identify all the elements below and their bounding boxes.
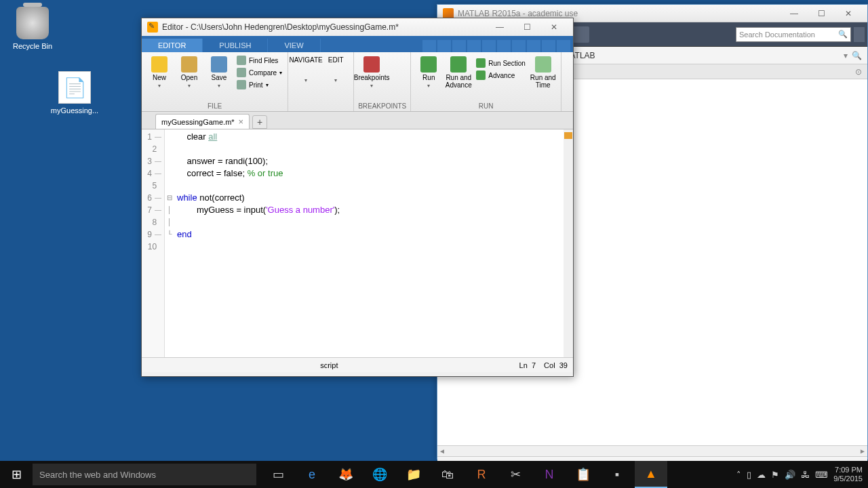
scroll-left-icon[interactable]: ◄ bbox=[439, 447, 446, 455]
scroll-right-icon[interactable]: ► bbox=[859, 447, 866, 455]
status-col: 39 bbox=[559, 361, 568, 369]
compare-button[interactable]: Compare ▾ bbox=[235, 67, 283, 78]
taskbar-app-chrome[interactable]: 🌐 bbox=[363, 461, 396, 488]
quick-access-icon[interactable] bbox=[467, 40, 481, 52]
toolstrip-toggle[interactable] bbox=[854, 27, 865, 42]
taskbar-clock[interactable]: 7:09 PM 9/5/2015 bbox=[833, 466, 863, 483]
taskbar-app[interactable]: 📋 bbox=[567, 461, 599, 488]
breakpoints-button[interactable]: Breakpoints▾ bbox=[358, 55, 385, 90]
tray-icon[interactable]: ⚑ bbox=[771, 470, 779, 480]
taskbar: ⊞ Search the web and Windows ▭ e 🦊 🌐 📁 🛍… bbox=[0, 461, 868, 488]
toolstrip-icon[interactable] bbox=[573, 26, 589, 43]
file-tab[interactable]: myGuessingGame.m* × bbox=[155, 114, 250, 129]
system-tray: ˄ ▯ ☁ ⚑ 🔊 🖧 ⌨ 7:09 PM 9/5/2015 bbox=[736, 466, 868, 483]
editor-statusbar: script Ln 7 Col 39 bbox=[142, 357, 573, 372]
search-icon[interactable]: 🔍 bbox=[852, 51, 862, 60]
editor-file-tabs: myGuessingGame.m* × + bbox=[142, 112, 573, 129]
taskbar-app-store[interactable]: 🛍 bbox=[431, 461, 464, 488]
desktop-icon-recycle-bin[interactable]: Recycle Bin bbox=[5, 7, 60, 50]
code-overview-ruler[interactable] bbox=[564, 129, 573, 357]
status-line: 7 bbox=[532, 361, 536, 369]
open-button[interactable]: Open▾ bbox=[176, 55, 203, 90]
new-button[interactable]: New▾ bbox=[146, 55, 173, 90]
editor-app-icon bbox=[147, 22, 158, 33]
quick-access-icon[interactable] bbox=[437, 40, 451, 52]
tray-volume-icon[interactable]: 🔊 bbox=[785, 470, 795, 480]
maximize-button[interactable]: ☐ bbox=[808, 6, 835, 21]
taskbar-app-firefox[interactable]: 🦊 bbox=[330, 461, 362, 488]
taskbar-app-edge[interactable]: e bbox=[296, 461, 328, 488]
taskbar-app[interactable]: R bbox=[465, 461, 498, 488]
tray-network-icon[interactable]: 🖧 bbox=[801, 470, 810, 480]
tab-editor[interactable]: EDITOR bbox=[142, 39, 203, 52]
quick-access-icon[interactable] bbox=[422, 40, 436, 52]
quick-access-icon[interactable] bbox=[482, 40, 496, 52]
advance-button[interactable]: Advance bbox=[475, 70, 526, 81]
desktop-icon-file[interactable]: myGuessing... bbox=[47, 71, 102, 115]
print-button[interactable]: Print ▾ bbox=[235, 79, 283, 90]
minimize-button[interactable]: — bbox=[486, 20, 513, 35]
find-files-button[interactable]: Find Files bbox=[235, 55, 283, 66]
close-button[interactable]: ✕ bbox=[540, 20, 568, 35]
warning-marker[interactable] bbox=[564, 132, 572, 139]
minimize-button[interactable]: — bbox=[781, 6, 808, 21]
file-icon bbox=[58, 71, 91, 104]
tab-view[interactable]: VIEW bbox=[268, 39, 320, 52]
clock-date: 9/5/2015 bbox=[833, 474, 863, 483]
tray-chevron-up-icon[interactable]: ˄ bbox=[736, 470, 741, 480]
panel-menu-icon[interactable]: ⊙ bbox=[855, 67, 862, 77]
task-view-button[interactable]: ▭ bbox=[262, 461, 294, 488]
ribbon-group-run: RUN bbox=[415, 101, 556, 111]
redo-icon[interactable] bbox=[512, 40, 526, 52]
run-section-button[interactable]: Run Section bbox=[475, 58, 526, 68]
editor-window: Editor - C:\Users\John Hedengren\Desktop… bbox=[141, 18, 574, 377]
taskbar-search-input[interactable]: Search the web and Windows bbox=[33, 464, 256, 485]
ribbon-collapse-icon[interactable] bbox=[557, 40, 570, 52]
ribbon-toolbar: New▾ Open▾ Save▾ Find Files Compare ▾ Pr… bbox=[142, 52, 573, 112]
ribbon-tabs: EDITOR PUBLISH VIEW bbox=[142, 36, 573, 52]
taskbar-app-explorer[interactable]: 📁 bbox=[397, 461, 430, 488]
matlab-title: MATLAB R2015a - academic use bbox=[458, 9, 781, 18]
taskbar-app-onenote[interactable]: N bbox=[533, 461, 566, 488]
tab-publish[interactable]: PUBLISH bbox=[203, 39, 268, 52]
recycle-bin-label: Recycle Bin bbox=[5, 42, 60, 50]
save-button[interactable]: Save▾ bbox=[205, 55, 233, 90]
run-button[interactable]: Run▾ bbox=[415, 55, 442, 90]
clock-time: 7:09 PM bbox=[833, 466, 863, 474]
taskbar-app-snip[interactable]: ✂ bbox=[499, 461, 532, 488]
editor-title: Editor - C:\Users\John Hedengren\Desktop… bbox=[162, 22, 486, 32]
path-dropdown[interactable]: ▾ bbox=[844, 51, 848, 60]
taskbar-search-placeholder: Search the web and Windows bbox=[39, 470, 156, 480]
code-editor[interactable]: 1— 2 3— 4— 5 6— 7— 8 9— 10 ⊟││└ clear al… bbox=[142, 129, 573, 357]
maximize-button[interactable]: ☐ bbox=[513, 20, 540, 35]
status-file-type: script bbox=[147, 361, 511, 369]
taskbar-app-cmd[interactable]: ▪ bbox=[601, 461, 633, 488]
tray-onedrive-icon[interactable]: ☁ bbox=[757, 470, 766, 480]
line-number-gutter: 1— 2 3— 4— 5 6— 7— 8 9— 10 bbox=[142, 129, 165, 357]
search-documentation-input[interactable]: Search Documentation 🔍 bbox=[736, 27, 851, 42]
search-icon: 🔍 bbox=[838, 30, 848, 39]
close-button[interactable]: ✕ bbox=[835, 6, 862, 21]
help-icon[interactable] bbox=[542, 40, 555, 52]
file-tab-label: myGuessingGame.m* bbox=[161, 118, 235, 126]
taskbar-app-matlab[interactable]: ▲ bbox=[635, 461, 667, 488]
close-tab-icon[interactable]: × bbox=[239, 117, 244, 127]
navigate-button[interactable]: NAVIGATE▾ bbox=[292, 55, 319, 85]
tray-keyboard-icon[interactable]: ⌨ bbox=[815, 470, 828, 480]
quick-access-icon[interactable] bbox=[452, 40, 466, 52]
help-icon[interactable] bbox=[527, 40, 540, 52]
run-advance-button[interactable]: Run and Advance bbox=[445, 55, 472, 90]
recycle-bin-icon bbox=[16, 7, 49, 39]
ribbon-group-breakpoints: BREAKPOINTS bbox=[358, 101, 406, 111]
code-content[interactable]: clear all answer = randi(100); correct =… bbox=[174, 129, 573, 357]
new-tab-button[interactable]: + bbox=[252, 115, 267, 129]
start-button[interactable]: ⊞ bbox=[0, 461, 33, 488]
fold-gutter[interactable]: ⊟││└ bbox=[165, 129, 174, 357]
search-placeholder: Search Documentation bbox=[739, 30, 815, 39]
edit-button[interactable]: EDIT▾ bbox=[322, 55, 349, 85]
editor-titlebar[interactable]: Editor - C:\Users\John Hedengren\Desktop… bbox=[142, 18, 573, 36]
run-time-button[interactable]: Run and Time bbox=[530, 55, 557, 90]
tray-icon[interactable]: ▯ bbox=[747, 470, 751, 480]
undo-icon[interactable] bbox=[497, 40, 511, 52]
horizontal-scrollbar[interactable]: ◄ ► bbox=[437, 445, 867, 456]
